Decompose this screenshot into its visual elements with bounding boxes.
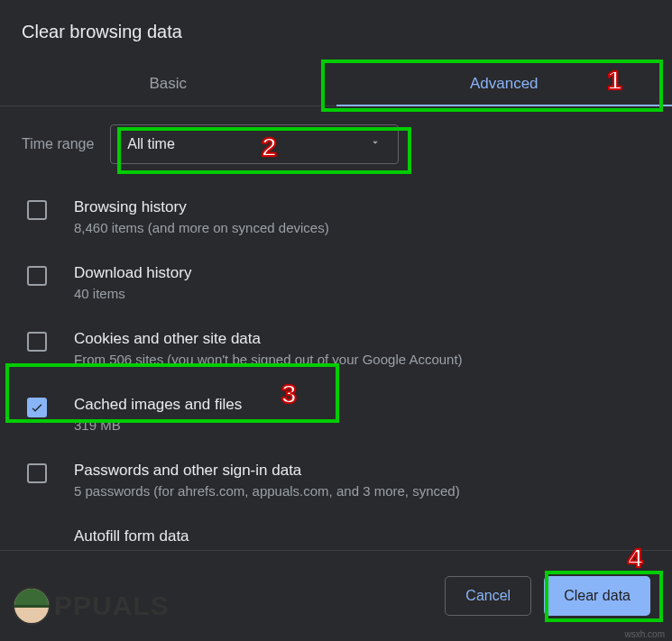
tab-basic[interactable]: Basic bbox=[0, 62, 336, 105]
option-title: Cached images and files bbox=[74, 396, 650, 414]
dialog-title: Clear browsing data bbox=[0, 0, 672, 42]
tab-bar: Basic Advanced bbox=[0, 62, 672, 106]
option-passwords: Passwords and other sign-in data 5 passw… bbox=[22, 453, 650, 518]
checkbox-passwords[interactable] bbox=[27, 463, 47, 483]
option-sub: 8,460 items (and more on synced devices) bbox=[74, 220, 650, 235]
option-download-history: Download history 40 items bbox=[22, 255, 650, 321]
option-title: Cookies and other site data bbox=[74, 330, 650, 348]
clear-data-button-label: Clear data bbox=[564, 588, 631, 604]
dialog-content: Time range All time Browsing history 8,4… bbox=[0, 106, 672, 549]
tab-basic-label: Basic bbox=[149, 75, 187, 92]
option-sub: 319 MB bbox=[74, 417, 650, 433]
option-sub: 5 passwords (for ahrefs.com, appuals.com… bbox=[74, 483, 650, 499]
time-range-row: Time range All time bbox=[22, 124, 650, 164]
option-autofill: Autofill form data bbox=[22, 518, 650, 549]
annotation-number-2: 2 bbox=[262, 132, 277, 162]
option-title: Passwords and other sign-in data bbox=[74, 462, 650, 480]
annotation-number-1: 1 bbox=[607, 65, 622, 96]
annotation-number-4: 4 bbox=[628, 543, 643, 573]
option-title: Download history bbox=[74, 264, 650, 282]
checkbox-browsing-history[interactable] bbox=[27, 200, 47, 220]
logo-avatar-icon bbox=[13, 587, 51, 625]
option-browsing-history: Browsing history 8,460 items (and more o… bbox=[22, 189, 650, 255]
checkbox-download-history[interactable] bbox=[27, 266, 47, 286]
option-title: Browsing history bbox=[74, 198, 650, 216]
tab-advanced-label: Advanced bbox=[470, 75, 539, 92]
time-range-label: Time range bbox=[22, 136, 94, 152]
clear-browsing-data-dialog: Clear browsing data Basic Advanced Time … bbox=[0, 0, 672, 641]
time-range-select[interactable]: All time bbox=[110, 124, 399, 164]
checkbox-cookies[interactable] bbox=[27, 332, 47, 352]
checkbox-cached-images[interactable] bbox=[27, 398, 47, 417]
option-cache: Cached images and files 319 MB bbox=[22, 387, 650, 453]
chevron-down-icon bbox=[369, 136, 382, 152]
option-sub: 40 items bbox=[74, 286, 650, 301]
logo-text: PPUALS bbox=[54, 591, 170, 621]
time-range-value: All time bbox=[127, 136, 174, 152]
options-list: Browsing history 8,460 items (and more o… bbox=[22, 189, 650, 549]
option-cookies: Cookies and other site data From 506 sit… bbox=[22, 321, 650, 387]
cancel-button[interactable]: Cancel bbox=[445, 576, 531, 616]
clear-data-button[interactable]: Clear data bbox=[544, 576, 650, 616]
site-logo: PPUALS bbox=[13, 587, 170, 625]
option-sub: From 506 sites (you won't be signed out … bbox=[74, 352, 650, 367]
watermark: wsxh.com bbox=[625, 629, 665, 639]
option-title: Autofill form data bbox=[74, 527, 650, 545]
cancel-button-label: Cancel bbox=[465, 588, 511, 604]
annotation-number-3: 3 bbox=[281, 379, 297, 409]
